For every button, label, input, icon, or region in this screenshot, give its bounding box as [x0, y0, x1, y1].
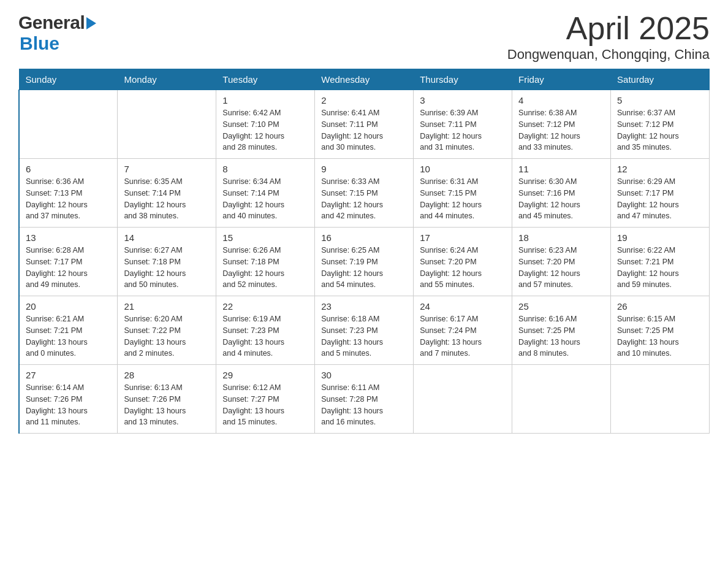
day-info: Sunrise: 6:16 AM Sunset: 7:25 PM Dayligh…: [518, 313, 604, 359]
day-info: Sunrise: 6:23 AM Sunset: 7:20 PM Dayligh…: [518, 245, 604, 291]
calendar-week-row: 1Sunrise: 6:42 AM Sunset: 7:10 PM Daylig…: [19, 90, 710, 159]
column-header-tuesday: Tuesday: [216, 69, 315, 90]
page-header: General Blue April 2025 Dongwenquan, Cho…: [18, 12, 710, 63]
day-info: Sunrise: 6:27 AM Sunset: 7:18 PM Dayligh…: [124, 245, 210, 291]
day-number: 4: [518, 95, 604, 105]
title-block: April 2025 Dongwenquan, Chongqing, China: [507, 12, 710, 63]
calendar-cell: 30Sunrise: 6:11 AM Sunset: 7:28 PM Dayli…: [315, 365, 414, 434]
calendar-week-row: 27Sunrise: 6:14 AM Sunset: 7:26 PM Dayli…: [19, 365, 710, 434]
column-header-thursday: Thursday: [414, 69, 512, 90]
day-number: 24: [420, 301, 506, 312]
column-header-monday: Monday: [118, 69, 216, 90]
day-info: Sunrise: 6:28 AM Sunset: 7:17 PM Dayligh…: [26, 245, 111, 291]
calendar-cell: [611, 365, 710, 434]
logo-arrow-icon: [86, 17, 96, 29]
column-header-wednesday: Wednesday: [315, 69, 414, 90]
calendar-cell: 10Sunrise: 6:31 AM Sunset: 7:15 PM Dayli…: [414, 159, 512, 228]
day-info: Sunrise: 6:42 AM Sunset: 7:10 PM Dayligh…: [222, 107, 308, 153]
day-info: Sunrise: 6:20 AM Sunset: 7:22 PM Dayligh…: [124, 313, 210, 359]
calendar-week-row: 20Sunrise: 6:21 AM Sunset: 7:21 PM Dayli…: [19, 296, 710, 365]
day-info: Sunrise: 6:17 AM Sunset: 7:24 PM Dayligh…: [420, 313, 506, 359]
calendar-header-row: SundayMondayTuesdayWednesdayThursdayFrid…: [19, 69, 710, 90]
column-header-friday: Friday: [512, 69, 611, 90]
column-header-sunday: Sunday: [19, 69, 118, 90]
day-info: Sunrise: 6:22 AM Sunset: 7:21 PM Dayligh…: [617, 245, 703, 291]
calendar-cell: 18Sunrise: 6:23 AM Sunset: 7:20 PM Dayli…: [512, 228, 611, 296]
calendar-cell: 11Sunrise: 6:30 AM Sunset: 7:16 PM Dayli…: [512, 159, 611, 228]
calendar-cell: 22Sunrise: 6:19 AM Sunset: 7:23 PM Dayli…: [216, 296, 315, 365]
day-number: 3: [420, 95, 506, 105]
day-number: 30: [321, 370, 407, 380]
day-number: 2: [321, 95, 407, 105]
day-info: Sunrise: 6:34 AM Sunset: 7:14 PM Dayligh…: [222, 176, 308, 222]
day-number: 1: [222, 95, 308, 105]
calendar-cell: 19Sunrise: 6:22 AM Sunset: 7:21 PM Dayli…: [611, 228, 710, 296]
day-info: Sunrise: 6:13 AM Sunset: 7:26 PM Dayligh…: [124, 382, 210, 428]
day-number: 8: [222, 164, 308, 174]
day-info: Sunrise: 6:18 AM Sunset: 7:23 PM Dayligh…: [321, 313, 407, 359]
day-number: 13: [26, 232, 111, 243]
day-info: Sunrise: 6:31 AM Sunset: 7:15 PM Dayligh…: [420, 176, 506, 222]
calendar-cell: 8Sunrise: 6:34 AM Sunset: 7:14 PM Daylig…: [216, 159, 315, 228]
column-header-saturday: Saturday: [611, 69, 710, 90]
calendar-cell: 6Sunrise: 6:36 AM Sunset: 7:13 PM Daylig…: [19, 159, 118, 228]
day-number: 27: [26, 370, 111, 380]
day-number: 25: [518, 301, 604, 312]
calendar-cell: [118, 90, 216, 159]
calendar-cell: [19, 90, 118, 159]
day-info: Sunrise: 6:29 AM Sunset: 7:17 PM Dayligh…: [617, 176, 703, 222]
day-number: 14: [124, 232, 210, 243]
day-info: Sunrise: 6:38 AM Sunset: 7:12 PM Dayligh…: [518, 107, 604, 153]
calendar-table: SundayMondayTuesdayWednesdayThursdayFrid…: [18, 69, 710, 434]
day-number: 11: [518, 164, 604, 174]
logo: General Blue: [18, 12, 96, 54]
day-number: 23: [321, 301, 407, 312]
calendar-cell: 14Sunrise: 6:27 AM Sunset: 7:18 PM Dayli…: [118, 228, 216, 296]
day-number: 16: [321, 232, 407, 243]
calendar-cell: 20Sunrise: 6:21 AM Sunset: 7:21 PM Dayli…: [19, 296, 118, 365]
calendar-cell: 23Sunrise: 6:18 AM Sunset: 7:23 PM Dayli…: [315, 296, 414, 365]
calendar-cell: 28Sunrise: 6:13 AM Sunset: 7:26 PM Dayli…: [118, 365, 216, 434]
calendar-cell: 7Sunrise: 6:35 AM Sunset: 7:14 PM Daylig…: [118, 159, 216, 228]
day-info: Sunrise: 6:26 AM Sunset: 7:18 PM Dayligh…: [222, 245, 308, 291]
day-info: Sunrise: 6:41 AM Sunset: 7:11 PM Dayligh…: [321, 107, 407, 153]
calendar-cell: 3Sunrise: 6:39 AM Sunset: 7:11 PM Daylig…: [414, 90, 512, 159]
day-number: 5: [617, 95, 703, 105]
day-number: 17: [420, 232, 506, 243]
logo-general-text: General: [18, 12, 85, 33]
day-info: Sunrise: 6:12 AM Sunset: 7:27 PM Dayligh…: [222, 382, 308, 428]
calendar-week-row: 6Sunrise: 6:36 AM Sunset: 7:13 PM Daylig…: [19, 159, 710, 228]
calendar-cell: 13Sunrise: 6:28 AM Sunset: 7:17 PM Dayli…: [19, 228, 118, 296]
calendar-cell: 26Sunrise: 6:15 AM Sunset: 7:25 PM Dayli…: [611, 296, 710, 365]
calendar-cell: 4Sunrise: 6:38 AM Sunset: 7:12 PM Daylig…: [512, 90, 611, 159]
day-number: 22: [222, 301, 308, 312]
day-info: Sunrise: 6:36 AM Sunset: 7:13 PM Dayligh…: [26, 176, 111, 222]
day-info: Sunrise: 6:30 AM Sunset: 7:16 PM Dayligh…: [518, 176, 604, 222]
calendar-cell: 5Sunrise: 6:37 AM Sunset: 7:12 PM Daylig…: [611, 90, 710, 159]
day-number: 29: [222, 370, 308, 380]
calendar-cell: 24Sunrise: 6:17 AM Sunset: 7:24 PM Dayli…: [414, 296, 512, 365]
calendar-cell: 1Sunrise: 6:42 AM Sunset: 7:10 PM Daylig…: [216, 90, 315, 159]
day-info: Sunrise: 6:14 AM Sunset: 7:26 PM Dayligh…: [26, 382, 111, 428]
calendar-cell: 15Sunrise: 6:26 AM Sunset: 7:18 PM Dayli…: [216, 228, 315, 296]
calendar-cell: 9Sunrise: 6:33 AM Sunset: 7:15 PM Daylig…: [315, 159, 414, 228]
day-number: 26: [617, 301, 703, 312]
day-number: 20: [26, 301, 111, 312]
day-info: Sunrise: 6:35 AM Sunset: 7:14 PM Dayligh…: [124, 176, 210, 222]
calendar-cell: 25Sunrise: 6:16 AM Sunset: 7:25 PM Dayli…: [512, 296, 611, 365]
day-number: 6: [26, 164, 111, 174]
calendar-cell: 17Sunrise: 6:24 AM Sunset: 7:20 PM Dayli…: [414, 228, 512, 296]
day-info: Sunrise: 6:37 AM Sunset: 7:12 PM Dayligh…: [617, 107, 703, 153]
day-number: 12: [617, 164, 703, 174]
day-number: 28: [124, 370, 210, 380]
calendar-cell: [512, 365, 611, 434]
day-info: Sunrise: 6:25 AM Sunset: 7:19 PM Dayligh…: [321, 245, 407, 291]
logo-blue-text: Blue: [20, 33, 59, 54]
calendar-week-row: 13Sunrise: 6:28 AM Sunset: 7:17 PM Dayli…: [19, 228, 710, 296]
day-info: Sunrise: 6:33 AM Sunset: 7:15 PM Dayligh…: [321, 176, 407, 222]
calendar-cell: [414, 365, 512, 434]
day-number: 21: [124, 301, 210, 312]
day-info: Sunrise: 6:39 AM Sunset: 7:11 PM Dayligh…: [420, 107, 506, 153]
day-info: Sunrise: 6:19 AM Sunset: 7:23 PM Dayligh…: [222, 313, 308, 359]
day-info: Sunrise: 6:15 AM Sunset: 7:25 PM Dayligh…: [617, 313, 703, 359]
